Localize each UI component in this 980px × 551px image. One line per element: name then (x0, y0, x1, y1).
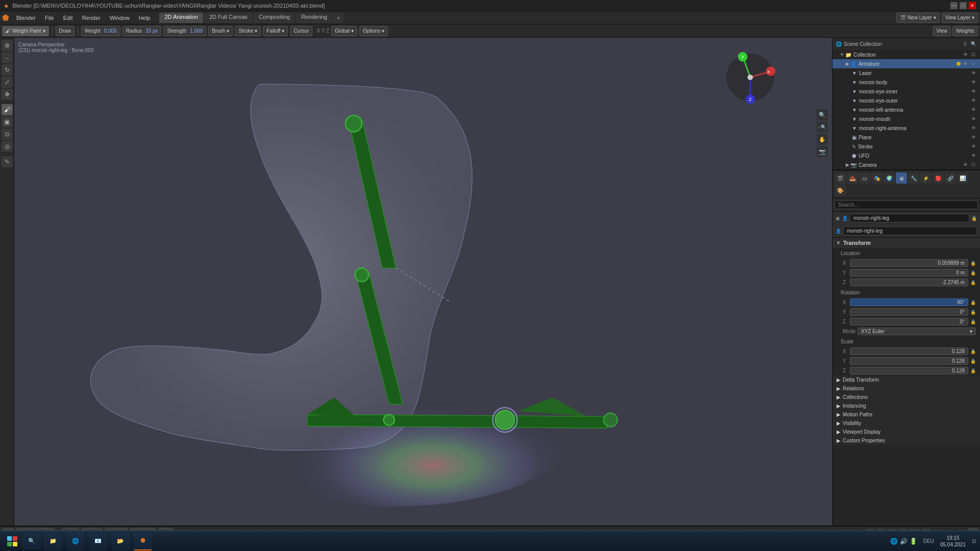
network-tray-icon[interactable]: 🌐 (890, 538, 898, 545)
zoom-out-btn[interactable]: −🔍 (817, 121, 828, 133)
loc-x-lock[interactable]: 🔒 (970, 261, 976, 266)
cursor-tool-btn[interactable]: ⊕ (2, 40, 13, 51)
transform-section-header[interactable]: ▼ Transform (832, 237, 980, 248)
view-layer-props-btn[interactable]: 🗂 (859, 172, 870, 184)
rot-x-lock[interactable]: 🔒 (970, 300, 976, 305)
particle-props-btn[interactable]: ⚡ (920, 172, 932, 184)
menu-blender[interactable]: Blender (12, 14, 40, 22)
tab-compositing[interactable]: Compositing (254, 13, 295, 23)
laser-vis[interactable]: 👁 (970, 69, 977, 77)
menu-window[interactable]: Window (106, 14, 134, 22)
filter-btn[interactable]: ☰ (962, 40, 969, 47)
pan-btn[interactable]: ✋ (817, 134, 828, 145)
options-btn[interactable]: Options ▾ (359, 26, 388, 36)
scale-z-lock[interactable]: 🔒 (970, 368, 976, 373)
tab-2d-animation[interactable]: 2D Animation (159, 13, 203, 23)
plane-item[interactable]: ▣ Plane 👁 (832, 133, 980, 142)
scale-y-lock[interactable]: 🔒 (970, 359, 976, 364)
monstr-right-antenna-item[interactable]: ▼ monstr-right-antenna 👁 (832, 123, 980, 133)
scale-x-field[interactable]: 0.128 (850, 347, 968, 355)
stroke-selector[interactable]: Stroke ▾ (235, 26, 261, 36)
battery-tray-icon[interactable]: 🔋 (910, 538, 917, 545)
armature-item[interactable]: ▶ 👤 Armature 👁 ⊙ (832, 59, 980, 68)
view-btn[interactable]: View (933, 26, 951, 36)
exclude-btn[interactable]: ☑ (970, 51, 977, 58)
rot-mode-dropdown[interactable]: XYZ Euler ▾ (857, 328, 976, 335)
constraint-props-btn[interactable]: 🔗 (945, 172, 956, 184)
data-name-field[interactable] (843, 227, 977, 235)
stroke-item[interactable]: ✎ Stroke 👁 (832, 142, 980, 151)
radius-field[interactable]: Radius 33 px (122, 26, 162, 36)
global-selector[interactable]: Global ▾ (331, 26, 357, 36)
motion-paths-header[interactable]: ▶ Motion Paths (832, 410, 980, 419)
rot-y-lock[interactable]: 🔒 (970, 310, 976, 315)
armature-vis-btn[interactable]: 👁 (962, 60, 969, 67)
taskbar-browser[interactable]: 🌐 (66, 532, 85, 550)
lang-indicator[interactable]: DEU (923, 538, 934, 544)
taskbar-explorer[interactable]: 📁 (44, 532, 62, 550)
scale-y-field[interactable]: 0.128 (850, 357, 968, 365)
monstr-body-item[interactable]: ▼ monstr-body 👁 (832, 78, 980, 87)
start-button[interactable] (4, 533, 20, 549)
custom-properties-header[interactable]: ▶ Custom Properties (832, 436, 980, 445)
strength-field[interactable]: Strength 1.000 (163, 26, 206, 36)
loc-y-lock[interactable]: 🔒 (970, 270, 976, 276)
camera-view-btn[interactable]: 📷 (817, 146, 828, 157)
view-layer-selector[interactable]: View Layer▾ (942, 13, 978, 23)
menu-edit[interactable]: Edit (59, 14, 77, 22)
tab-rendering[interactable]: Rendering (296, 13, 332, 23)
collection-item[interactable]: ▼ 📁 Collection 👁 ☑ (832, 50, 980, 59)
object-props-btn[interactable]: ▣ (896, 172, 907, 184)
vis-eye-btn[interactable]: 👁 (962, 51, 969, 58)
taskbar-search-btn[interactable]: 🔍 (22, 533, 41, 549)
camera-parent-item[interactable]: ▶ 📷 Camera 👁 ☑ (832, 160, 980, 169)
search-outliner-btn[interactable]: 🔍 (970, 40, 977, 47)
tab-2d-full-canvas[interactable]: 2D Full Canvas (204, 13, 253, 23)
rot-z-field[interactable]: 0° (850, 318, 968, 325)
ufo-item[interactable]: ⬟ UFO 👁 (832, 151, 980, 160)
render-props-btn[interactable]: 🎬 (835, 172, 846, 184)
scale-x-lock[interactable]: 🔒 (970, 349, 976, 354)
world-props-btn[interactable]: 🌍 (884, 172, 895, 184)
volume-tray-icon[interactable]: 🔊 (900, 538, 908, 545)
zoom-in-btn[interactable]: 🔍 (817, 109, 828, 120)
output-props-btn[interactable]: 📤 (847, 172, 858, 184)
blur-tool-btn[interactable]: ◎ (2, 141, 13, 152)
annotate-tool-btn[interactable]: ✎ (2, 156, 13, 167)
brush-tool-btn[interactable]: 🖌 (2, 104, 13, 115)
monstr-left-antenna-item[interactable]: ▼ monstr-left-antenna 👁 (832, 105, 980, 114)
modifier-props-btn[interactable]: 🔧 (908, 172, 919, 184)
laser-item[interactable]: ▼ Laser 👁 (832, 68, 980, 78)
brush-selector[interactable]: Brush ▾ (208, 26, 233, 36)
physics-props-btn[interactable]: 🔴 (933, 172, 944, 184)
scene-props-btn[interactable]: 🎭 (871, 172, 883, 184)
cursor-btn[interactable]: Cursor (290, 26, 312, 36)
window-controls[interactable]: — □ ✕ (950, 2, 976, 9)
props-search-input[interactable] (835, 201, 978, 209)
loc-z-lock[interactable]: 🔒 (970, 280, 976, 285)
maximize-button[interactable]: □ (960, 2, 967, 9)
taskbar-mail[interactable]: 📧 (89, 532, 107, 550)
object-name-field[interactable] (850, 214, 969, 222)
show-desktop-btn[interactable]: ⊡ (972, 538, 976, 544)
move-tool-btn[interactable]: ↔ (2, 52, 13, 63)
loc-x-field[interactable]: 0.059889 m (850, 259, 968, 267)
scene-selector[interactable]: 🎬 New Layer▾ (896, 13, 940, 23)
scale-tool-btn[interactable]: ⤢ (2, 77, 13, 88)
data-props-btn[interactable]: 📊 (957, 172, 968, 184)
weights-btn[interactable]: Weights (952, 26, 978, 36)
scale-z-field[interactable]: 0.128 (850, 367, 968, 374)
armature-sel-btn[interactable]: ⊙ (970, 60, 977, 67)
rotate-tool-btn[interactable]: ↻ (2, 64, 13, 76)
loc-y-field[interactable]: 0 m (850, 269, 968, 277)
loc-z-field[interactable]: -2.2745 m (850, 279, 968, 286)
menu-file[interactable]: File (41, 14, 58, 22)
rot-y-field[interactable]: 0° (850, 308, 968, 316)
mode-selector[interactable]: 🖌 Weight Paint ▾ (2, 26, 49, 36)
monstr-eye-inner-item[interactable]: ▼ monstr-eye-inner 👁 (832, 87, 980, 96)
taskbar-explorer2[interactable]: 📂 (111, 532, 130, 550)
close-button[interactable]: ✕ (969, 2, 976, 9)
draw-mode-btn[interactable]: Draw (56, 26, 75, 36)
sample-tool-btn[interactable]: ⊙ (2, 129, 13, 140)
rot-x-field[interactable]: 90° (850, 298, 968, 306)
